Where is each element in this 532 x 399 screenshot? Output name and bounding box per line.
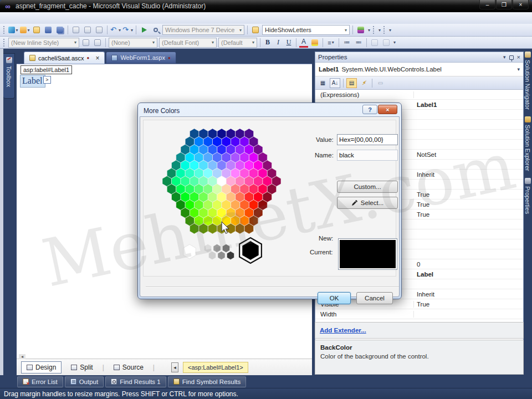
restore-button[interactable]: ❐	[496, 0, 512, 9]
save-icon[interactable]	[43, 25, 53, 35]
properties-side-tab[interactable]: Properties	[524, 178, 531, 214]
design-view-tab[interactable]: Design	[21, 361, 62, 374]
copy-icon[interactable]	[83, 25, 93, 35]
custom-color-button[interactable]: Custom...	[337, 181, 398, 193]
css-button[interactable]	[381, 38, 391, 48]
tab-cachelisaat-ascx[interactable]: cacheliSaat.ascx ● ×	[24, 52, 105, 64]
more-colors-dialog[interactable]: More Colors ? × Value: Name: Custom... S…	[137, 103, 402, 299]
menu-item[interactable]	[54, 17, 64, 19]
property-value[interactable]: True	[414, 211, 523, 218]
toolbar-grip[interactable]	[383, 26, 386, 34]
extension-manager-icon[interactable]	[356, 25, 366, 35]
find-icon[interactable]	[151, 25, 161, 35]
menu-item[interactable]	[134, 17, 144, 19]
properties-view-icon[interactable]: ▤	[346, 78, 357, 88]
property-value[interactable]: True	[414, 301, 523, 308]
color-swatch-hex[interactable]	[223, 244, 230, 253]
font-color-button[interactable]: A	[299, 38, 308, 48]
smart-tag-button[interactable]: >	[43, 76, 51, 84]
new-project-icon[interactable]: ▾	[8, 25, 18, 35]
tag-breadcrumb[interactable]: <asp:Label#Label1>	[183, 362, 248, 373]
toolbar-grip[interactable]	[3, 26, 6, 34]
macro-icon[interactable]	[250, 25, 260, 35]
property-row[interactable]: Width	[315, 309, 523, 319]
color-swatch-hex[interactable]	[209, 252, 216, 260]
property-value[interactable]: Inherit	[414, 171, 523, 178]
underline-button[interactable]: U	[284, 38, 293, 48]
color-swatch-hex[interactable]	[227, 252, 234, 260]
error-list-tab[interactable]: Error List	[17, 376, 63, 387]
property-value[interactable]: Inherit	[414, 291, 523, 298]
output-tab[interactable]: Output	[65, 376, 104, 387]
menu-item[interactable]	[14, 17, 24, 19]
undo-icon[interactable]: ↶▾	[110, 25, 121, 35]
minimize-button[interactable]: –	[479, 0, 495, 9]
solution-navigator-tab[interactable]: Solution Navigator	[524, 52, 531, 110]
target-rule-combo[interactable]: (None)▾	[109, 38, 157, 48]
dialog-close-button[interactable]: ×	[378, 105, 397, 114]
start-debugging-icon[interactable]	[139, 25, 149, 35]
ok-button[interactable]: OK	[318, 292, 351, 304]
toolbar-overflow-icon[interactable]: ▾	[378, 28, 381, 33]
events-icon[interactable]: ⚡︎	[359, 78, 369, 88]
solution-explorer-tab[interactable]: Solution Explorer	[524, 116, 531, 171]
menu-item[interactable]	[4, 17, 14, 19]
find-symbol-results-tab[interactable]: Find Symbol Results	[168, 376, 246, 387]
menu-item[interactable]	[34, 17, 44, 19]
property-value[interactable]: Label1	[414, 101, 523, 108]
menu-item[interactable]	[94, 17, 104, 19]
dialog-title-bar[interactable]: More Colors	[140, 105, 400, 116]
color-swatch-hex[interactable]	[242, 241, 258, 260]
tab-webform1-aspx[interactable]: WebForm1.aspx ●	[106, 52, 176, 64]
toolbar-overflow-icon[interactable]: ▾	[393, 40, 396, 45]
source-view-tab[interactable]: Source	[109, 362, 149, 373]
scroll-left-icon[interactable]: ◂	[19, 354, 25, 359]
object-selector-combo[interactable]: Label1 System.Web.UI.WebControls.Label ▾	[315, 63, 523, 76]
toolbar-overflow-icon[interactable]: ▾	[368, 28, 370, 33]
align-button[interactable]: ≡▾	[326, 38, 336, 48]
add-item-icon[interactable]: ▾	[20, 25, 30, 35]
menu-item[interactable]	[44, 17, 54, 19]
menu-item[interactable]	[84, 17, 94, 19]
highlight-button[interactable]	[310, 38, 320, 48]
hyperlink-button[interactable]	[370, 38, 380, 48]
property-value[interactable]: NotSet	[414, 151, 523, 158]
tag-nav-back-icon[interactable]: ◂	[171, 362, 178, 372]
paste-icon[interactable]	[94, 25, 104, 35]
color-value-input[interactable]	[337, 134, 398, 145]
color-swatch-hex[interactable]	[218, 252, 225, 260]
menu-item[interactable]	[144, 17, 154, 19]
menu-item[interactable]	[124, 17, 134, 19]
find-results-tab[interactable]: Find Results 1	[105, 376, 166, 387]
menu-item[interactable]	[114, 17, 124, 19]
color-swatch-hex[interactable]	[213, 244, 221, 253]
label-control[interactable]: Label	[20, 75, 45, 88]
font-name-combo[interactable]: (Default Font)▾	[159, 38, 217, 48]
categorized-icon[interactable]: ▦	[318, 78, 328, 88]
bold-button[interactable]: B	[263, 38, 272, 48]
color-swatch-hex[interactable]	[183, 244, 196, 259]
toolbar-grip[interactable]	[373, 26, 375, 34]
cancel-button[interactable]: Cancel	[356, 292, 393, 304]
redo-icon[interactable]: ↷▾	[122, 25, 133, 35]
menu-item[interactable]	[104, 17, 114, 19]
deployment-target-combo[interactable]: Windows Phone 7 Device▾	[162, 25, 244, 35]
toolbox-tab[interactable]: Toolbox	[3, 53, 15, 99]
add-extender-link[interactable]: Add Extender...	[320, 327, 366, 334]
menu-item[interactable]	[74, 17, 84, 19]
properties-title-bar[interactable]: Properties ▾ ×	[315, 52, 523, 63]
menu-item[interactable]	[24, 17, 34, 19]
style-tag-icon[interactable]	[81, 38, 91, 48]
select-color-button[interactable]: Select...	[337, 197, 398, 209]
italic-button[interactable]: I	[274, 38, 283, 48]
dialog-help-button[interactable]: ?	[362, 105, 377, 114]
split-view-tab[interactable]: Split	[66, 362, 98, 373]
property-value[interactable]: 0	[414, 261, 523, 268]
auto-hide-pin-icon[interactable]	[509, 55, 514, 60]
style-combo[interactable]: (New Inline Style)▾	[8, 38, 79, 48]
toolbar-grip[interactable]	[3, 39, 6, 47]
save-all-icon[interactable]	[55, 25, 65, 35]
bullet-list-button[interactable]: ≔	[342, 38, 352, 48]
close-button[interactable]: ×	[513, 0, 529, 9]
tab-close-icon[interactable]: ×	[95, 54, 99, 62]
